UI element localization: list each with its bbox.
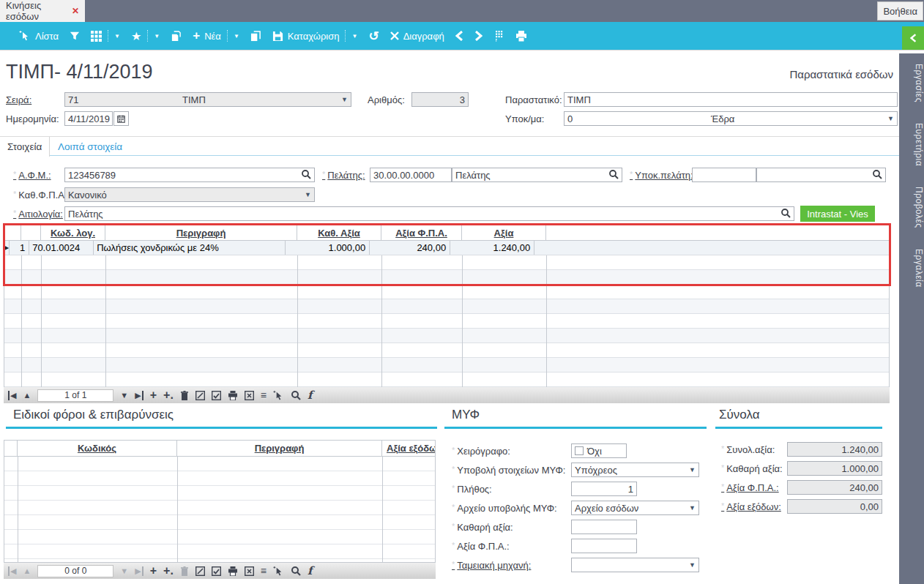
tab-stoixeia[interactable]: Στοιχεία	[0, 137, 50, 157]
delete-row-icon[interactable]	[180, 566, 189, 576]
customer-name-input[interactable]: Πελάτης	[452, 168, 622, 182]
previous-record-button[interactable]	[455, 31, 463, 41]
col-header-axia-exodon[interactable]: Αξία εξόδων	[382, 441, 435, 456]
print-grid-icon[interactable]	[228, 566, 238, 576]
vat-value-cell[interactable]: 240,00	[370, 241, 450, 255]
vat-number-label[interactable]: Α.Φ.Μ.:	[13, 170, 51, 181]
account-code-cell[interactable]: 70.01.0024	[29, 241, 94, 255]
checkbox-icon[interactable]	[575, 446, 584, 455]
previous-record-icon[interactable]: ▲	[23, 566, 31, 575]
myf-submission-select[interactable]: Υπόχρεος ▼	[571, 463, 699, 477]
reason-input[interactable]: Πελάτης	[64, 206, 794, 221]
next-record-icon[interactable]: ▼	[120, 566, 128, 575]
next-record-icon[interactable]: ▼	[120, 391, 128, 400]
customer-branch-code-input[interactable]	[692, 168, 756, 182]
save-button[interactable]: Καταχώριση ▼	[272, 30, 358, 42]
help-button[interactable]: Βοήθεια	[877, 1, 923, 20]
col-header-perigrafi[interactable]: Περιγραφή	[177, 441, 382, 456]
post-check-icon[interactable]	[212, 391, 221, 400]
document-input[interactable]: ΤΙΜΠ	[564, 92, 898, 107]
favorites-button[interactable]: ★ ▼	[131, 29, 160, 43]
total-value-cell[interactable]: 1.240,00	[450, 241, 534, 255]
branch-select[interactable]: 0 Έδρα ▼	[564, 111, 898, 126]
expenses-value-label[interactable]: Αξία εξόδων:	[721, 501, 781, 512]
sparkle-cursor-icon[interactable]	[273, 566, 284, 577]
myf-net-input[interactable]	[571, 520, 637, 534]
first-record-icon[interactable]: ◀	[8, 391, 16, 400]
chevron-down-icon[interactable]: ▼	[351, 33, 357, 40]
edit-row-icon[interactable]	[195, 391, 205, 400]
search-icon[interactable]	[301, 169, 311, 181]
last-record-icon[interactable]: ▶	[135, 391, 143, 400]
calendar-button[interactable]	[113, 111, 129, 126]
search-icon[interactable]	[872, 169, 882, 181]
sidebar-collapse-button[interactable]	[902, 26, 924, 50]
print-button[interactable]	[515, 31, 527, 42]
reason-label[interactable]: Αιτιολογία:	[13, 209, 63, 220]
new-button[interactable]: + Νέα ▼	[193, 29, 239, 43]
date-input[interactable]: 4/11/2019	[64, 111, 113, 126]
col-header-code[interactable]: Κωδ. λογ.	[41, 225, 105, 240]
quantity-input[interactable]: 1	[571, 482, 637, 496]
grid-view-button[interactable]: ▼	[91, 30, 120, 42]
insert-row-icon[interactable]: +.	[163, 564, 174, 577]
print-grid-icon[interactable]	[228, 391, 238, 400]
formula-icon[interactable]: f	[308, 389, 312, 402]
grid-empty-rows[interactable]	[4, 255, 889, 387]
add-row-icon[interactable]: +	[150, 389, 157, 402]
record-pager[interactable]: 0 of 0	[37, 565, 113, 577]
cash-register-label[interactable]: Ταμειακή μηχανή:	[452, 560, 531, 571]
sidebar-tab-ergaleia[interactable]: Εργαλεία	[899, 239, 924, 298]
previous-record-icon[interactable]: ▲	[23, 391, 31, 400]
first-record-icon[interactable]: ◀	[8, 566, 16, 576]
search-icon[interactable]	[608, 169, 619, 181]
delete-button[interactable]: Διαγραφή	[390, 31, 444, 42]
net-value-cell[interactable]: 1.000,00	[286, 241, 370, 255]
last-record-icon[interactable]: ▶	[135, 566, 143, 576]
chevron-down-icon[interactable]: ▼	[154, 33, 160, 40]
series-label[interactable]: Σειρά:	[6, 94, 31, 105]
chevron-down-icon[interactable]: ▼	[114, 33, 120, 40]
sidebar-tab-evretiria[interactable]: Ευρετήρια	[899, 113, 924, 176]
handwritten-checkbox[interactable]: Όχι	[571, 443, 627, 458]
customer-branch-name-input[interactable]	[756, 168, 886, 182]
filter-button[interactable]	[70, 31, 80, 41]
insert-row-icon[interactable]: +.	[163, 389, 174, 402]
formula-icon[interactable]: f	[308, 564, 312, 577]
record-pager[interactable]: 1 of 1	[37, 389, 113, 402]
description-cell[interactable]: Πωλήσεις χονδρικώς με 24%	[94, 241, 286, 255]
series-select[interactable]: 71 ΤΙΜΠ ▼	[64, 92, 351, 107]
excel-export-icon[interactable]	[245, 566, 254, 576]
intrastat-vies-button[interactable]: Intrastat - Vies	[800, 206, 875, 222]
menu-icon[interactable]: ≡	[261, 565, 267, 577]
customer-branch-label[interactable]: Υποκ.πελάτη:	[630, 170, 693, 181]
col-header-kodikos[interactable]: Κωδικός	[18, 441, 177, 456]
add-row-icon[interactable]: +	[150, 564, 157, 577]
col-header-value[interactable]: Αξία	[462, 225, 546, 240]
tab-revenue-movements[interactable]: Κινήσεις εσόδων ✕	[0, 0, 85, 22]
menu-icon[interactable]: ≡	[261, 389, 267, 401]
dotted-grid-button[interactable]	[493, 31, 504, 42]
delete-row-icon[interactable]	[180, 391, 189, 400]
excel-export-icon[interactable]	[245, 391, 254, 400]
list-button[interactable]: Λίστα	[19, 30, 59, 42]
search-grid-icon[interactable]	[291, 390, 301, 400]
myf-file-select[interactable]: Αρχείο εσόδων ▼	[571, 501, 699, 515]
vat-value-label[interactable]: Αξία Φ.Π.Α.:	[721, 482, 779, 493]
export-button[interactable]	[171, 31, 182, 42]
tab-loipa-stoixeia[interactable]: Λοιπά στοιχεία	[51, 137, 130, 156]
col-header-net-value[interactable]: Καθ. Αξία	[297, 225, 381, 240]
fees-empty-rows[interactable]	[4, 457, 435, 562]
col-header-vat-value[interactable]: Αξία Φ.Π.Α.	[381, 225, 462, 240]
chevron-down-icon[interactable]: ▼	[234, 33, 239, 40]
undo-button[interactable]: ↺	[368, 29, 379, 44]
close-icon[interactable]: ✕	[72, 6, 79, 16]
sidebar-tab-provoles[interactable]: Προβολές	[899, 176, 924, 239]
search-icon[interactable]	[780, 208, 791, 220]
copy-button[interactable]	[250, 31, 261, 42]
post-check-icon[interactable]	[212, 566, 221, 576]
myf-vat-input[interactable]	[571, 539, 637, 553]
col-header-description[interactable]: Περιγραφή	[105, 225, 297, 240]
cash-register-select[interactable]: ▼	[571, 558, 699, 572]
edit-row-icon[interactable]	[195, 566, 205, 576]
